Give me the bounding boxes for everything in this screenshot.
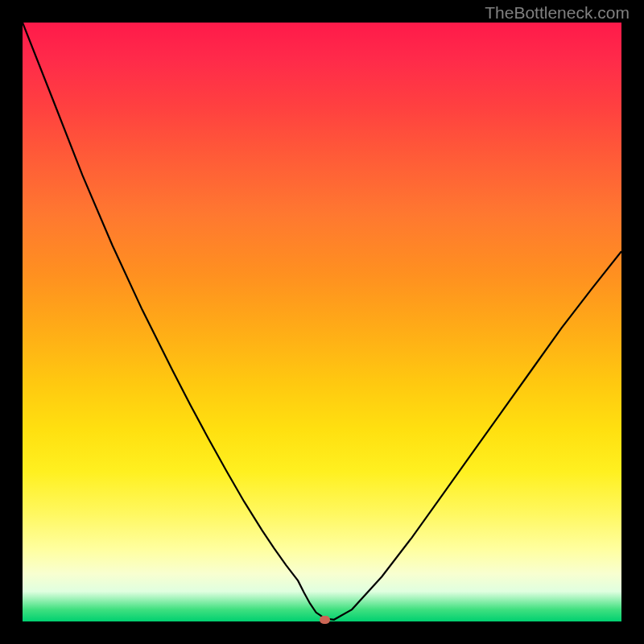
watermark-text: TheBottleneck.com [485, 3, 630, 23]
plot-area [23, 23, 621, 621]
bottleneck-curve [23, 23, 621, 621]
optimal-point-marker [320, 616, 330, 624]
chart-container: TheBottleneck.com [0, 0, 644, 644]
